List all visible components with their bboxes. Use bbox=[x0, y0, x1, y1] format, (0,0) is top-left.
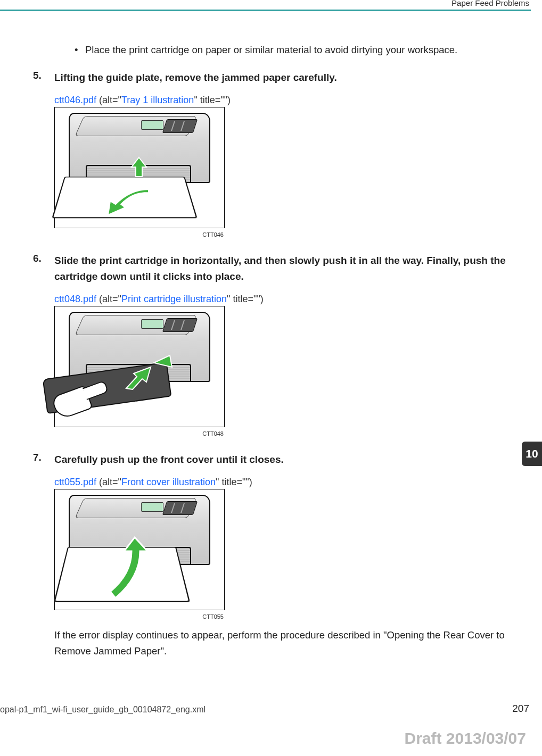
document-page: Paper Feed Problems 10 Place the print c… bbox=[0, 0, 542, 756]
caption-pre: (alt=" bbox=[96, 294, 121, 304]
caption-post: " title="") bbox=[227, 294, 264, 304]
page-number: 207 bbox=[512, 703, 529, 715]
figure-file-link[interactable]: ctt048.pdf bbox=[54, 294, 96, 304]
step-number: 5. bbox=[33, 70, 42, 81]
figure-file-link[interactable]: ctt055.pdf bbox=[54, 477, 96, 487]
figure-alt: Front cover illustration bbox=[121, 477, 216, 487]
figure-code: CTT048 bbox=[54, 430, 224, 437]
step-number: 6. bbox=[33, 253, 42, 264]
source-file-name: opal-p1_mf1_wi-fi_user_guide_gb_00104872… bbox=[0, 705, 206, 715]
step-number: 7. bbox=[33, 452, 42, 463]
figure-file-link[interactable]: ctt046.pdf bbox=[54, 95, 96, 105]
lcd-icon bbox=[141, 502, 163, 512]
keypad-icon bbox=[162, 119, 198, 133]
caption-pre: (alt=" bbox=[96, 95, 121, 105]
figure-insert-cartridge bbox=[54, 306, 225, 427]
chapter-tab: 10 bbox=[522, 442, 542, 466]
page-footer: opal-p1_mf1_wi-fi_user_guide_gb_00104872… bbox=[0, 703, 529, 715]
step-title: Lifting the guide plate, remove the jamm… bbox=[54, 70, 509, 85]
keypad-icon bbox=[162, 318, 198, 332]
figure-code: CTT046 bbox=[54, 231, 224, 238]
figure-tray-jam bbox=[54, 107, 225, 228]
lcd-icon bbox=[141, 319, 163, 329]
step-title: Carefully push up the front cover until … bbox=[54, 452, 509, 467]
figure-caption: ctt055.pdf (alt="Front cover illustratio… bbox=[54, 477, 509, 488]
sub-bullet: Place the print cartridge on paper or si… bbox=[71, 43, 509, 58]
page-header-title: Paper Feed Problems bbox=[451, 0, 529, 7]
header-rule bbox=[0, 10, 531, 11]
step-7: 7. Carefully push up the front cover unt… bbox=[33, 452, 509, 659]
lcd-icon bbox=[141, 120, 163, 130]
paper-tray-icon bbox=[52, 177, 197, 218]
draft-stamp: Draft 2013/03/07 bbox=[405, 729, 527, 747]
printer-body-icon bbox=[69, 113, 210, 183]
step-5: 5. Lifting the guide plate, remove the j… bbox=[33, 70, 509, 238]
keypad-icon bbox=[162, 501, 198, 515]
figure-code: CTT055 bbox=[54, 613, 224, 620]
figure-alt: Tray 1 illustration bbox=[121, 95, 194, 105]
content-area: Place the print cartridge on paper or si… bbox=[33, 43, 509, 674]
figure-close-cover bbox=[54, 489, 225, 610]
caption-post: " title="") bbox=[194, 95, 231, 105]
step-title: Slide the print cartridge in horizontall… bbox=[54, 253, 509, 284]
caption-post: " title="") bbox=[216, 477, 252, 487]
caption-pre: (alt=" bbox=[96, 477, 121, 487]
front-cover-icon bbox=[54, 547, 190, 602]
chapter-number: 10 bbox=[525, 447, 538, 460]
figure-caption: ctt046.pdf (alt="Tray 1 illustration" ti… bbox=[54, 95, 509, 106]
steps-list: 5. Lifting the guide plate, remove the j… bbox=[33, 70, 509, 659]
figure-alt: Print cartridge illustration bbox=[121, 294, 227, 304]
step-note: If the error display continues to appear… bbox=[54, 627, 509, 659]
step-6: 6. Slide the print cartridge in horizont… bbox=[33, 253, 509, 437]
figure-caption: ctt048.pdf (alt="Print cartridge illustr… bbox=[54, 294, 509, 305]
bullet-text: Place the print cartridge on paper or si… bbox=[85, 44, 457, 55]
